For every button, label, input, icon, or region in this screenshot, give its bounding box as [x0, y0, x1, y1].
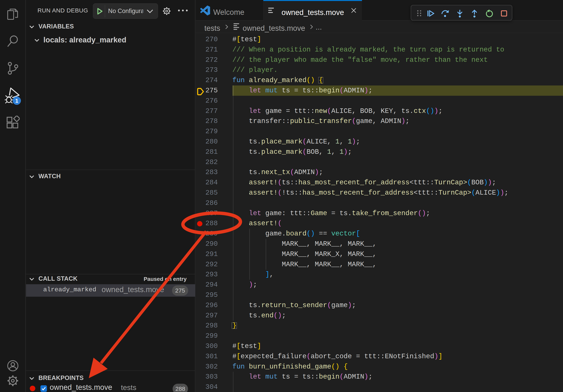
svg-text:1: 1: [15, 98, 18, 104]
